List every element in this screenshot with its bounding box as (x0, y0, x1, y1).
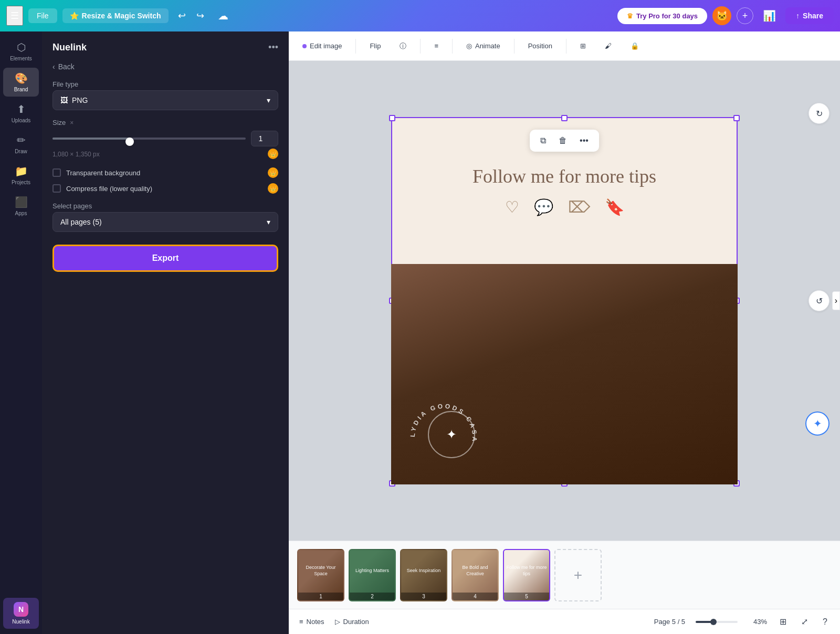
panel-header: Nuelink ••• (52, 42, 278, 53)
size-slider[interactable] (52, 133, 246, 144)
duration-button[interactable]: ▷ Duration (335, 618, 369, 626)
elements-label: Elements (10, 56, 32, 61)
nuelink-panel: Nuelink ••• ‹ Back File type 🖼 PNG ▾ Siz… (42, 31, 289, 634)
grid-toolbar-button[interactable]: ⊞ (575, 39, 591, 53)
file-type-dropdown-icon: ▾ (267, 96, 270, 104)
file-button[interactable]: File (28, 8, 57, 23)
duration-label: Duration (343, 618, 369, 626)
float-more-button[interactable]: ••• (575, 134, 593, 147)
undo-button[interactable]: ↩ (174, 8, 190, 24)
magic-button[interactable]: ✦ (805, 411, 830, 436)
nuelink-sidebar-label: Nuelink (12, 619, 29, 625)
design-icons-row: ♡ 💬 ⌦ 🔖 (505, 198, 624, 216)
thumbnail-2[interactable]: Lighting Matters 2 (349, 549, 396, 601)
animate-button[interactable]: ◎ Animate (461, 39, 506, 53)
document-title-area: ⭐ Resize & Magic Switch (62, 8, 169, 23)
toolbar-divider-2 (420, 39, 421, 54)
size-x: × (70, 119, 74, 126)
info-button[interactable]: ⓘ (394, 38, 412, 54)
apps-label: Apps (15, 210, 27, 216)
transparent-bg-checkbox[interactable] (52, 168, 61, 177)
grid-view-button[interactable]: ⊞ (778, 615, 789, 629)
help-button[interactable]: ? (821, 615, 830, 629)
notes-label: Notes (307, 618, 324, 626)
lines-button[interactable]: ≡ (429, 39, 444, 53)
notes-button[interactable]: ≡ Notes (299, 618, 324, 626)
export-button[interactable]: Export (52, 245, 278, 272)
user-avatar[interactable]: 🐱 (712, 6, 731, 25)
thumbnail-3[interactable]: Seek Inspiration 3 (400, 549, 447, 601)
chat-design-icon: 💬 (534, 198, 553, 216)
toolbar-divider-3 (452, 39, 453, 54)
hide-panel-icon: › (835, 296, 837, 305)
panel-more-button[interactable]: ••• (268, 42, 278, 53)
stats-button[interactable]: 📊 (759, 7, 780, 24)
animate-label: Animate (475, 42, 500, 50)
refresh-button[interactable]: ↻ (808, 103, 830, 124)
share-button[interactable]: ↑ Share (785, 7, 834, 24)
thumbnail-1[interactable]: Decorate Your Space 1 (297, 549, 344, 601)
fullscreen-button[interactable]: ⤢ (799, 615, 810, 629)
thumbnail-2-num: 2 (350, 593, 395, 600)
add-profile-button[interactable]: + (737, 7, 753, 24)
size-row: Size × (52, 119, 278, 126)
try-pro-button[interactable]: ♛ Try Pro for 30 days (617, 8, 707, 24)
spray-button[interactable]: 🖌 (600, 39, 617, 53)
rotate-button-area: ↺ (808, 290, 830, 311)
back-button[interactable]: ‹ Back (52, 61, 278, 72)
design-main-title: Follow me for more tips (472, 165, 656, 187)
edit-image-button[interactable]: Edit image (297, 39, 347, 53)
sidebar-item-projects[interactable]: 📁 Projects (3, 161, 39, 189)
file-type-section: File type 🖼 PNG ▾ (52, 80, 278, 110)
dimensions-row: 1,080 × 1,350 px 👑 (52, 149, 278, 159)
lock-icon: 🔒 (631, 42, 639, 50)
sidebar-item-elements[interactable]: ⬡ Elements (3, 37, 39, 66)
sidebar-item-apps[interactable]: ⬛ Apps (3, 192, 39, 220)
pages-dropdown-icon: ▾ (267, 218, 270, 226)
bookmark-design-icon: 🔖 (605, 198, 624, 216)
title-icon: ⭐ (70, 12, 79, 20)
thumbnail-4-label: Be Bold and Creative (453, 550, 498, 593)
menu-button[interactable]: ☰ (6, 6, 23, 26)
compress-checkbox[interactable] (52, 184, 61, 193)
lock-button[interactable]: 🔒 (625, 39, 644, 53)
size-input[interactable]: 1 (251, 131, 278, 146)
sidebar-item-nuelink[interactable]: N Nuelink (3, 598, 39, 629)
position-button[interactable]: Position (523, 39, 558, 53)
pages-select-dropdown[interactable]: All pages (5) ▾ (52, 212, 278, 232)
sidebar-item-brand[interactable]: 🎨 Brand (3, 68, 39, 97)
add-page-button[interactable]: + (554, 549, 602, 601)
select-pages-label: Select pages (52, 202, 278, 210)
compress-label: Compress file (lower quality) (66, 185, 152, 193)
arrow-design-icon: ⌦ (568, 198, 590, 216)
zoom-thumb[interactable] (710, 619, 717, 625)
hide-panel-button[interactable]: › (832, 291, 840, 310)
float-copy-button[interactable]: ⧉ (536, 134, 550, 147)
zoom-slider[interactable] (696, 621, 738, 623)
transparent-bg-row: Transparent background 👑 (52, 167, 278, 178)
cloud-save-button[interactable]: ☁ (214, 7, 233, 24)
thumbnail-1-label: Decorate Your Space (298, 550, 343, 593)
design-bottom-section: ✦ LYDIA GOODS CASA (391, 264, 738, 484)
position-label: Position (528, 42, 552, 50)
redo-button[interactable]: ↪ (192, 8, 208, 24)
file-type-value: PNG (72, 96, 88, 104)
flip-button[interactable]: Flip (364, 39, 386, 53)
grid-toolbar-icon: ⊞ (580, 42, 586, 50)
slider-fill (52, 138, 130, 140)
float-trash-button[interactable]: 🗑 (554, 134, 571, 147)
flip-label: Flip (370, 42, 381, 50)
file-type-dropdown[interactable]: 🖼 PNG ▾ (52, 90, 278, 110)
thumbnail-5[interactable]: Follow me for more tips 5 (503, 549, 550, 601)
pages-select-value: All pages (5) (60, 218, 102, 226)
slider-thumb[interactable] (125, 138, 134, 146)
watermark-text: LYDIA GOODS CASA (409, 403, 478, 444)
heart-design-icon: ♡ (505, 198, 519, 216)
thumbnail-4[interactable]: Be Bold and Creative 4 (452, 549, 499, 601)
canvas-viewport: ⧉ 🗑 ••• Follow me for more tips ♡ 💬 ⌦ 🔖 (289, 61, 840, 541)
rotate-button[interactable]: ↺ (808, 290, 830, 311)
back-label: Back (58, 62, 75, 71)
sidebar-item-uploads[interactable]: ⬆ Uploads (3, 99, 39, 128)
thumbnail-3-label: Seek Inspiration (401, 550, 446, 593)
sidebar-item-draw[interactable]: ✏ Draw (3, 130, 39, 158)
